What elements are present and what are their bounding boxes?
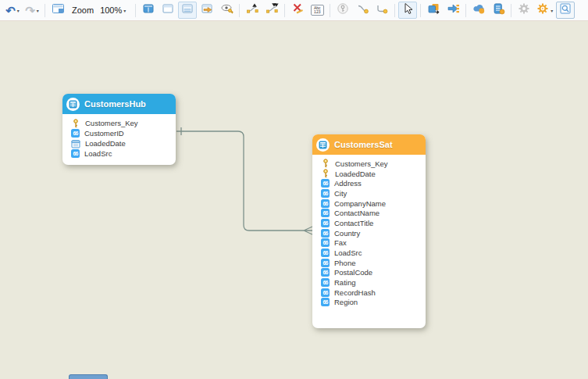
column-row[interactable]: Region xyxy=(321,298,421,308)
generate-disabled-button[interactable] xyxy=(515,2,533,19)
table-key-icon xyxy=(201,2,213,18)
redo-dropdown-caret[interactable]: ▾ xyxy=(37,8,39,13)
entity-customershub-columns: Customers_Key CustomerID LoadedDate Load… xyxy=(62,114,176,165)
undo-dropdown-caret[interactable]: ▾ xyxy=(17,8,20,13)
zoom-label: Zoom xyxy=(72,5,94,15)
text-column-icon xyxy=(321,288,330,297)
column-name: PostalCode xyxy=(334,268,372,277)
preview-icon xyxy=(559,2,572,18)
entity-customerssat-header[interactable]: CustomersSat xyxy=(312,134,426,155)
text-column-icon xyxy=(71,129,80,138)
offscreen-entity-peek[interactable] xyxy=(69,374,108,379)
column-row[interactable]: Fax xyxy=(321,238,421,248)
undo-button[interactable]: ↶ ▾ xyxy=(3,2,22,19)
cardinality-many-crowfoot xyxy=(304,227,312,234)
column-row[interactable]: CustomerID xyxy=(71,128,171,138)
key-icon xyxy=(71,119,80,128)
column-row[interactable]: RecordHash xyxy=(321,288,421,298)
auto-connector-icon xyxy=(356,2,369,18)
key-circle-button[interactable] xyxy=(333,2,352,19)
column-name: Country xyxy=(334,229,360,238)
zoom-value-dropdown[interactable]: 100% ▾ xyxy=(98,4,128,16)
calendar-icon xyxy=(71,139,80,148)
auto-connector-button[interactable] xyxy=(353,2,372,19)
toolbar-separator xyxy=(394,4,395,17)
toolbar-separator xyxy=(284,4,285,17)
zoom-control[interactable]: Zoom 100% ▾ xyxy=(72,4,128,16)
table-icon xyxy=(69,100,77,109)
rename-abc123-button[interactable]: Abc 123 xyxy=(308,2,326,19)
entity-customershub-header[interactable]: CustomersHub xyxy=(62,94,176,114)
import-columns-button[interactable] xyxy=(444,2,462,19)
column-row[interactable]: City xyxy=(321,188,421,198)
undo-icon: ↶ xyxy=(5,5,16,16)
pointer-icon xyxy=(401,2,414,18)
column-row[interactable]: PostalCode xyxy=(321,268,421,278)
column-row[interactable]: LoadSrc xyxy=(321,248,421,258)
text-column-icon xyxy=(321,259,330,267)
column-row[interactable]: LoadedDate xyxy=(321,169,421,179)
database-settings-button[interactable] xyxy=(489,2,508,19)
connector-down-button[interactable] xyxy=(262,2,281,19)
relationship-connector[interactable] xyxy=(0,21,588,379)
column-row[interactable]: ContactTitle xyxy=(321,218,421,228)
zoom-value: 100% xyxy=(100,5,122,15)
column-row[interactable]: Rating xyxy=(321,277,421,288)
generate-dropdown-caret[interactable]: ▾ xyxy=(551,8,553,13)
toolbar: ↶ ▾ ↷ ▾ Zoom 100% ▾ xyxy=(0,0,588,21)
column-name: Region xyxy=(334,298,358,306)
connector-down-icon xyxy=(265,2,279,18)
column-name: LoadSrc xyxy=(84,149,112,158)
cloud-deploy-button[interactable] xyxy=(469,2,488,19)
column-name: Phone xyxy=(334,259,355,267)
generate-icon xyxy=(536,2,549,18)
redo-button[interactable]: ↷ ▾ xyxy=(23,2,41,19)
key-circle-icon xyxy=(337,2,349,18)
column-row[interactable]: Phone xyxy=(321,258,421,268)
connector-up-button[interactable] xyxy=(243,2,262,19)
key-icon xyxy=(321,159,330,168)
generate-button[interactable]: ▾ xyxy=(534,2,555,19)
column-row[interactable]: LoadedDate xyxy=(71,138,171,148)
column-name: Fax xyxy=(334,238,347,247)
redo-icon: ↷ xyxy=(25,5,35,16)
column-row[interactable]: Customers_Key xyxy=(71,118,171,128)
table-rows-icon xyxy=(181,2,194,18)
model-canvas[interactable]: CustomersHub Customers_Key CustomerID Lo… xyxy=(0,21,588,379)
preview-button[interactable] xyxy=(556,2,575,19)
overview-button[interactable] xyxy=(48,2,67,19)
text-column-icon xyxy=(321,278,330,287)
add-entity-button[interactable] xyxy=(139,2,158,19)
toolbar-separator xyxy=(511,4,511,17)
column-row[interactable]: ContactName xyxy=(321,208,421,218)
text-column-icon xyxy=(321,248,330,257)
entity-customerssat-columns: Customers_Key LoadedDate Address City Co… xyxy=(312,155,426,313)
delete-connector-button[interactable] xyxy=(288,2,307,19)
table-rows-view-button[interactable] xyxy=(178,2,197,19)
auto-route-connector-button[interactable] xyxy=(372,2,391,19)
column-row[interactable]: LoadSrc xyxy=(71,148,171,159)
zoom-dropdown-caret: ▾ xyxy=(123,8,126,13)
entity-customershub[interactable]: CustomersHub Customers_Key CustomerID Lo… xyxy=(62,94,176,165)
text-column-icon xyxy=(321,209,330,217)
database-settings-icon xyxy=(492,2,505,18)
modeling-app-window: ↶ ▾ ↷ ▾ Zoom 100% ▾ xyxy=(0,0,588,379)
table-key-button[interactable] xyxy=(198,2,216,19)
text-column-icon xyxy=(321,179,330,188)
entity-title: CustomersHub xyxy=(84,99,146,109)
column-row[interactable]: CompanyName xyxy=(321,198,421,209)
column-row[interactable]: Address xyxy=(321,178,421,188)
entity-type-badge xyxy=(316,138,330,152)
table-header-view-button[interactable] xyxy=(159,2,177,19)
column-name: LoadSrc xyxy=(334,248,362,257)
column-row[interactable]: Country xyxy=(321,228,421,238)
text-column-icon xyxy=(321,219,330,227)
entity-customerssat[interactable]: CustomersSat Customers_Key LoadedDate Ad… xyxy=(312,134,426,328)
copy-entity-button[interactable] xyxy=(424,2,443,19)
pointer-tool-button[interactable] xyxy=(398,2,417,19)
visibility-key-button[interactable] xyxy=(217,2,236,19)
key-icon xyxy=(321,169,330,178)
column-row[interactable]: Customers_Key xyxy=(321,159,421,169)
text-column-icon xyxy=(321,189,330,198)
overview-icon xyxy=(52,2,65,18)
